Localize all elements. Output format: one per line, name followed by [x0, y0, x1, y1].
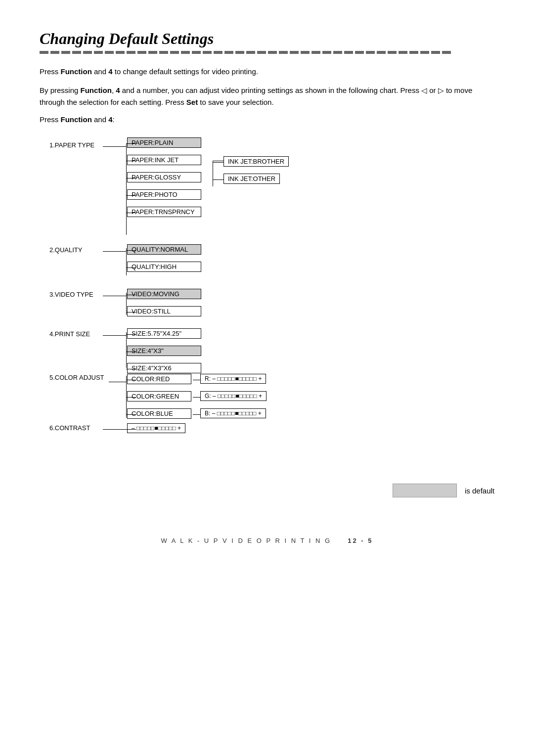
left-color-adjust: 5.COLOR ADJUST	[49, 374, 104, 381]
page-title: Changing Default Settings	[40, 30, 494, 48]
hline-inkjet-brother	[213, 162, 223, 163]
mid-color-blue: COLOR:BLUE	[127, 408, 191, 419]
mid-size-4x3: SIZE:4"X3"	[127, 346, 201, 356]
hline-color-red	[126, 380, 136, 380]
hline-paper-glossy	[126, 178, 136, 178]
left-quality: 2.QUALITY	[49, 246, 82, 254]
hline-video	[103, 296, 126, 296]
hline-paper-type	[103, 146, 126, 147]
mid-paper-inkjet: PAPER:INK JET	[127, 155, 201, 165]
settings-chart: 1.PAPER TYPE 2.QUALITY 3.VIDEO TYPE 4.PR…	[49, 133, 455, 469]
hline-video-still	[126, 312, 136, 312]
default-label: is default	[465, 487, 494, 495]
hline-slider-blue	[193, 414, 200, 415]
vline-quality	[126, 248, 127, 275]
page-footer: W A L K - U P V I D E O P R I N T I N G …	[40, 537, 494, 544]
hline-inkjet-other	[213, 179, 223, 180]
page-number: 12 - 5	[348, 537, 373, 544]
hline-quality-high	[126, 267, 136, 268]
mid-paper-trnsprncy: PAPER:TRNSPRNCY	[127, 207, 201, 217]
hline-contrast	[103, 429, 126, 430]
mid-size-575: SIZE:5.75"X4.25"	[127, 328, 201, 339]
mid-quality-normal: QUALITY:NORMAL	[127, 244, 201, 255]
mid-contrast: – □□□□□■□□□□□ +	[127, 423, 185, 433]
left-paper-type: 1.PAPER TYPE	[49, 141, 94, 149]
intro-paragraph-1: Press Function and 4 to change default s…	[40, 66, 494, 78]
slider-green: G: – □□□□□■□□□□□ +	[200, 391, 267, 401]
hline-to-vinkjet	[213, 161, 223, 161]
hline-paper-inkjet	[126, 161, 136, 161]
hline-size-575	[126, 334, 136, 335]
hline-quality-normal	[126, 250, 136, 251]
hline-paper-photo	[126, 195, 136, 196]
right-inkjet-other: INK JET:OTHER	[223, 174, 280, 184]
hline-slider-red	[193, 380, 200, 380]
left-video-type: 3.VIDEO TYPE	[49, 291, 93, 298]
hline-quality	[103, 251, 126, 252]
footer-text: W A L K - U P V I D E O P R I N T I N G	[161, 537, 332, 544]
mid-video-still: VIDEO:STILL	[127, 306, 201, 316]
mid-paper-photo: PAPER:PHOTO	[127, 189, 201, 200]
hline-paper-plain	[126, 143, 136, 144]
hline-slider-green	[193, 397, 200, 398]
default-color-box	[393, 484, 457, 497]
mid-paper-glossy: PAPER:GLOSSY	[127, 172, 201, 182]
hline-size-4x3x6	[126, 369, 136, 369]
vline-inkjet	[213, 161, 213, 186]
mid-paper-plain: PAPER:PLAIN	[127, 137, 201, 148]
hline-paper-trnsprncy	[126, 213, 136, 213]
hline-color-blue	[126, 414, 136, 415]
slider-red: R: – □□□□□■□□□□□ +	[200, 374, 266, 384]
title-underline	[40, 51, 494, 54]
vline-size	[126, 332, 127, 368]
mid-video-moving: VIDEO:MOVING	[127, 289, 201, 299]
mid-color-red: COLOR:RED	[127, 374, 191, 384]
hline-contrast-mid	[126, 429, 136, 430]
hline-color	[109, 382, 126, 382]
left-print-size: 4.PRINT SIZE	[49, 330, 90, 338]
hline-size-4x3	[126, 352, 136, 352]
mid-quality-high: QUALITY:HIGH	[127, 262, 201, 272]
right-inkjet-brother: INK JET:BROTHER	[223, 156, 289, 167]
mid-size-4x3x6: SIZE:4"X3"X6	[127, 363, 201, 373]
hline-color-green	[126, 397, 136, 398]
left-contrast: 6.CONTRAST	[49, 424, 90, 432]
legend-area: is default	[40, 484, 494, 497]
hline-size	[103, 335, 126, 336]
intro-paragraph-2: By pressing Function, 4 and a number, yo…	[40, 85, 494, 108]
slider-blue: B: – □□□□□■□□□□□ +	[200, 408, 266, 418]
press-function-label: Press Function and 4:	[40, 115, 494, 124]
hline-video-moving	[126, 295, 136, 295]
mid-color-green: COLOR:GREEN	[127, 391, 191, 401]
vline-paper	[126, 143, 127, 235]
